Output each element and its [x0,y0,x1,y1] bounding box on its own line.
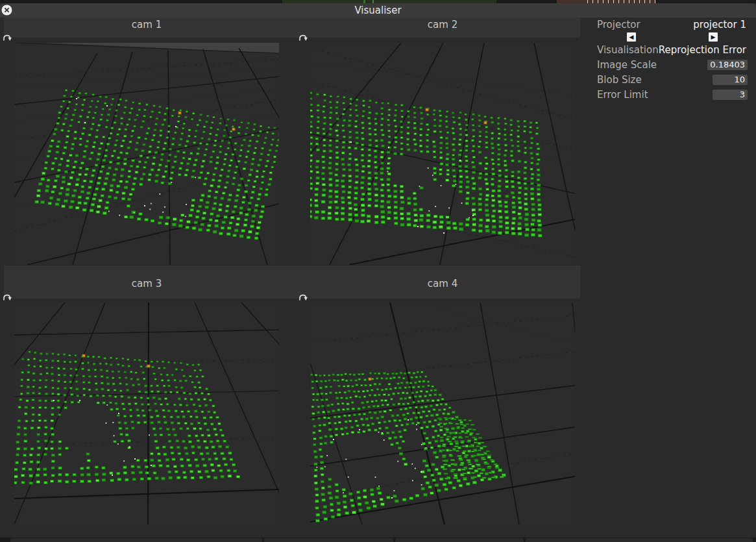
error-limit-label: Error Limit [597,89,648,101]
cam1-label: cam 1 [14,18,279,31]
rotate-cw-icon [2,32,13,43]
cam2-reprojection-canvas[interactable] [310,43,575,265]
image-scale-input[interactable]: 0.18403 [707,60,748,70]
close-icon [1,5,12,16]
cam3-label: cam 3 [14,277,279,290]
projector-next-button[interactable]: ▶ [709,32,718,42]
visualisation-label: Visualisation [597,44,659,56]
visualisation-value: Reprojection Error [659,44,746,56]
projector-prev-button[interactable]: ◀ [627,32,636,42]
error-limit-input[interactable]: 3 [713,90,748,100]
image-scale-label: Image Scale [597,59,657,71]
window-title: Visualiser [0,3,756,18]
blob-size-input[interactable]: 10 [713,75,748,85]
image-scale-row: Image Scale 0.18403 [575,57,756,72]
rotate-cw-icon [298,32,309,43]
rotate-view-button-cam2[interactable] [298,32,309,43]
cam4-reprojection-canvas[interactable] [310,302,575,524]
control-panel: Projector projector 1 ◀ ▶ Visualisation … [575,18,756,102]
visualiser-window: Visualiser cam 1 cam 2 cam 3 cam 4 [0,0,756,542]
cam1-view[interactable] [14,43,279,265]
rotate-view-button-cam3[interactable] [2,291,13,302]
error-limit-row: Error Limit 3 [575,87,756,102]
blob-size-label: Blob Size [597,74,642,86]
bottom-strip-segment [10,538,262,542]
rotate-cw-icon [298,291,309,302]
projector-row: Projector projector 1 [575,18,756,32]
rotate-view-button-cam4[interactable] [298,291,309,302]
close-button[interactable] [1,5,12,16]
bottom-strip-segment [395,538,524,542]
bottom-strip-segment [264,538,393,542]
cam4-label: cam 4 [310,277,575,290]
blob-size-row: Blob Size 10 [575,72,756,87]
cam2-label: cam 2 [310,18,575,31]
cam3-reprojection-canvas[interactable] [14,302,279,524]
rotate-cw-icon [2,291,13,302]
bottom-strip-segment [526,538,753,542]
projector-value: projector 1 [693,19,746,31]
cam4-view[interactable] [310,302,575,524]
projector-label: Projector [597,19,640,31]
underlying-app-bottom-strip [0,537,756,542]
visualisation-row: Visualisation Reprojection Error [575,43,756,57]
rotate-view-button-cam1[interactable] [2,32,13,43]
projector-nav-row: ◀ ▶ [575,32,756,43]
cam1-reprojection-canvas[interactable] [14,43,279,265]
cam3-view[interactable] [14,302,279,524]
cam2-view[interactable] [310,43,575,265]
titlebar[interactable]: Visualiser [0,3,756,18]
